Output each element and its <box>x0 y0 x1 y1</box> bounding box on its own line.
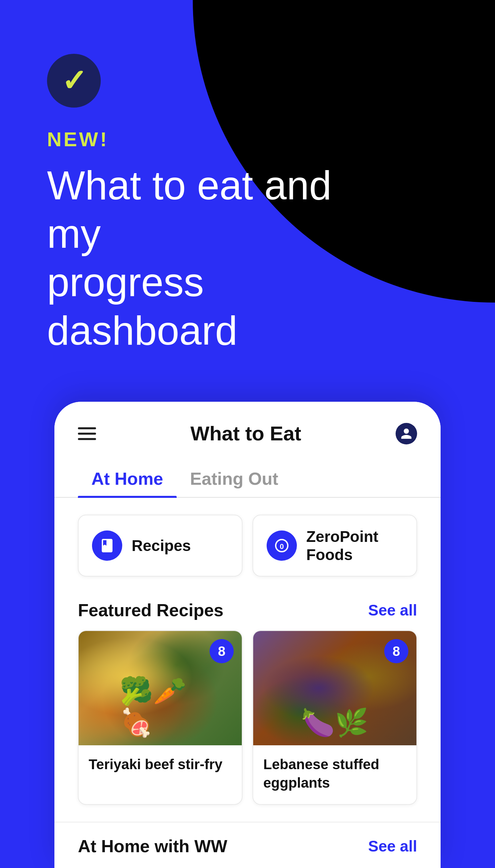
user-profile-icon <box>400 427 413 440</box>
categories-row: Recipes 0 ZeroPoint Foods <box>54 498 441 587</box>
checkmark-icon: ✓ <box>62 66 87 96</box>
eggplant-points-badge: 8 <box>384 639 408 663</box>
tabs-container: At Home Eating Out <box>54 455 441 498</box>
hero-section: ✓ NEW! What to eat and my progress dashb… <box>0 0 495 381</box>
recipes-icon-circle <box>92 530 122 561</box>
recipe-info-teriyaki: Teriyaki beef stir-fry <box>79 745 242 786</box>
zeropoint-icon: 0 <box>274 538 290 554</box>
svg-text:0: 0 <box>280 542 284 551</box>
tab-at-home[interactable]: At Home <box>78 462 177 497</box>
recipes-label: Recipes <box>132 537 191 555</box>
zeropoint-icon-circle: 0 <box>267 530 297 561</box>
app-screen: What to Eat At Home Eating Out <box>54 402 441 868</box>
zeropoint-label: ZeroPoint Foods <box>306 527 403 564</box>
hamburger-line-3 <box>78 438 96 440</box>
teriyaki-recipe-name: Teriyaki beef stir-fry <box>89 755 232 774</box>
at-home-description: Expert tips from registered dietitians, … <box>78 864 417 868</box>
phone-container: What to Eat At Home Eating Out <box>54 402 441 868</box>
hamburger-menu-button[interactable] <box>78 427 96 440</box>
at-home-see-all[interactable]: See all <box>368 837 417 855</box>
hamburger-line-1 <box>78 427 96 429</box>
recipe-image-teriyaki: 8 <box>79 631 242 745</box>
at-home-section-title: At Home with WW <box>78 836 227 856</box>
new-label: NEW! <box>47 128 448 151</box>
hamburger-line-2 <box>78 433 96 435</box>
recipe-image-eggplant: 8 <box>253 631 416 745</box>
content-wrapper: ✓ NEW! What to eat and my progress dashb… <box>0 0 495 868</box>
zeropoint-category-card[interactable]: 0 ZeroPoint Foods <box>253 515 417 576</box>
recipes-category-card[interactable]: Recipes <box>78 515 242 576</box>
featured-recipes-see-all[interactable]: See all <box>368 601 417 619</box>
at-home-section: At Home with WW See all Expert tips from… <box>54 822 441 868</box>
user-avatar-button[interactable] <box>396 423 417 444</box>
recipe-book-icon <box>99 538 115 554</box>
hero-title: What to eat and my progress dashboard <box>47 161 383 355</box>
featured-recipes-title: Featured Recipes <box>78 600 224 620</box>
eggplant-recipe-name: Lebanese stuffed eggplants <box>263 755 406 792</box>
recipe-card-teriyaki[interactable]: 8 Teriyaki beef stir-fry <box>78 630 242 805</box>
recipes-row: 8 Teriyaki beef stir-fry 8 <box>54 630 441 822</box>
at-home-section-header: At Home with WW See all <box>78 836 417 856</box>
recipe-info-eggplant: Lebanese stuffed eggplants <box>253 745 416 804</box>
tab-eating-out[interactable]: Eating Out <box>177 462 292 497</box>
app-title: What to Eat <box>190 422 301 445</box>
teriyaki-points-badge: 8 <box>209 639 234 663</box>
recipe-card-eggplant[interactable]: 8 Lebanese stuffed eggplants <box>253 630 417 805</box>
featured-recipes-header: Featured Recipes See all <box>54 587 441 630</box>
app-header: What to Eat <box>54 402 441 455</box>
check-circle: ✓ <box>47 54 101 108</box>
